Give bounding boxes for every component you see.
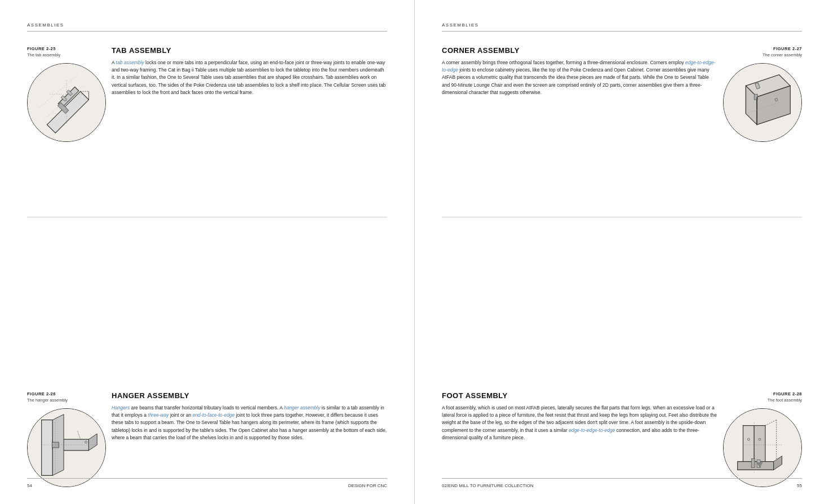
foot-assembly-body: A foot assembly, which is used on most A… bbox=[442, 404, 717, 441]
figure-2-27-caption: The corner assembly bbox=[762, 52, 802, 57]
tab-assembly-section: FIGURE 2-25 The tab assembly bbox=[27, 42, 387, 215]
end-to-face-link[interactable]: end-to-face-to-edge bbox=[193, 412, 235, 418]
book-spread: ASSEMBLIES FIGURE 2-25 The tab assembly bbox=[0, 0, 829, 504]
corner-assembly-body: A corner assembly brings three orthogona… bbox=[442, 59, 717, 96]
right-content: CORNER ASSEMBLY A corner assembly brings… bbox=[442, 42, 802, 492]
hanger-assembly-figure-col: FIGURE 2-26 The hanger assembly bbox=[27, 391, 106, 487]
figure-2-26-label: FIGURE 2-26 bbox=[27, 391, 106, 396]
hanger-assembly-link[interactable]: hanger assembly bbox=[284, 405, 321, 411]
corner-assembly-illustration bbox=[723, 63, 802, 142]
hanger-assembly-circle bbox=[27, 408, 106, 487]
tab-assembly-circle bbox=[27, 63, 106, 142]
hanger-assembly-illustration bbox=[27, 408, 106, 487]
figure-2-25-label: FIGURE 2-25 bbox=[27, 46, 106, 51]
foot-assembly-circle bbox=[723, 408, 802, 487]
edge-to-edge-link-2[interactable]: edge-to-edge-to-edge bbox=[569, 427, 615, 433]
figure-2-28-label: FIGURE 2-28 bbox=[773, 391, 802, 396]
tab-assembly-illustration bbox=[27, 63, 106, 142]
hangers-link[interactable]: Hangers bbox=[112, 405, 130, 411]
hanger-assembly-title: HANGER ASSEMBLY bbox=[112, 391, 387, 400]
corner-assembly-title: CORNER ASSEMBLY bbox=[442, 46, 717, 55]
section-divider-right bbox=[442, 217, 802, 385]
hanger-assembly-section: FIGURE 2-26 The hanger assembly bbox=[27, 387, 387, 492]
foot-assembly-section: FOOT ASSEMBLY A foot assembly, which is … bbox=[442, 387, 802, 492]
corner-assembly-text: CORNER ASSEMBLY A corner assembly brings… bbox=[442, 46, 723, 96]
svg-marker-13 bbox=[42, 420, 53, 476]
tab-assembly-link[interactable]: tab assembly bbox=[116, 60, 144, 65]
foot-assembly-text: FOOT ASSEMBLY A foot assembly, which is … bbox=[442, 391, 723, 441]
hanger-assembly-svg bbox=[28, 409, 105, 487]
figure-2-28-caption: The foot assembly bbox=[768, 398, 802, 403]
tab-assembly-body: A tab assembly locks one or more tabs in… bbox=[112, 59, 387, 96]
right-footer-page-num: 55 bbox=[797, 483, 802, 488]
left-content: FIGURE 2-25 The tab assembly bbox=[27, 42, 387, 492]
right-footer-title: 02/END MILL TO FURNITURE COLLECTION bbox=[442, 483, 534, 488]
tab-assembly-figure-col: FIGURE 2-25 The tab assembly bbox=[27, 46, 106, 142]
figure-2-25-caption: The tab assembly bbox=[27, 52, 106, 57]
left-page-footer: 54 DESIGN FOR CNC bbox=[27, 478, 387, 488]
figure-2-27-label: FIGURE 2-27 bbox=[773, 46, 802, 51]
left-page: ASSEMBLIES FIGURE 2-25 The tab assembly bbox=[0, 0, 415, 504]
hanger-assembly-body: Hangers are beams that transfer horizont… bbox=[112, 404, 387, 441]
left-page-header: ASSEMBLIES bbox=[27, 23, 387, 32]
corner-assembly-figure-col: FIGURE 2-27 The corner assembly bbox=[723, 46, 802, 142]
edge-to-edge-link-1[interactable]: edge-to-edge-to-edge bbox=[442, 60, 715, 73]
three-way-link[interactable]: three-way bbox=[148, 412, 169, 418]
foot-assembly-figure-col: FIGURE 2-28 The foot assembly bbox=[723, 391, 802, 487]
svg-marker-36 bbox=[738, 462, 774, 470]
figure-2-26-caption: The hanger assembly bbox=[27, 398, 106, 403]
tab-assembly-text: TAB ASSEMBLY A tab assembly locks one or… bbox=[106, 46, 387, 96]
tab-assembly-svg bbox=[28, 64, 105, 141]
corner-assembly-circle bbox=[723, 63, 802, 142]
right-page: ASSEMBLIES CORNER ASSEMBLY A corner asse… bbox=[415, 0, 829, 504]
tab-assembly-title: TAB ASSEMBLY bbox=[112, 46, 387, 55]
hanger-assembly-text: HANGER ASSEMBLY Hangers are beams that t… bbox=[106, 391, 387, 441]
foot-assembly-svg bbox=[724, 409, 801, 487]
right-page-header: ASSEMBLIES bbox=[442, 23, 802, 32]
left-footer-page-num: 54 bbox=[27, 483, 32, 488]
section-divider-left bbox=[27, 217, 387, 385]
corner-assembly-svg bbox=[724, 64, 801, 141]
left-footer-title: DESIGN FOR CNC bbox=[348, 483, 387, 488]
corner-assembly-section: CORNER ASSEMBLY A corner assembly brings… bbox=[442, 42, 802, 215]
foot-assembly-title: FOOT ASSEMBLY bbox=[442, 391, 717, 400]
foot-assembly-illustration bbox=[723, 408, 802, 487]
right-page-footer: 02/END MILL TO FURNITURE COLLECTION 55 bbox=[442, 478, 802, 488]
